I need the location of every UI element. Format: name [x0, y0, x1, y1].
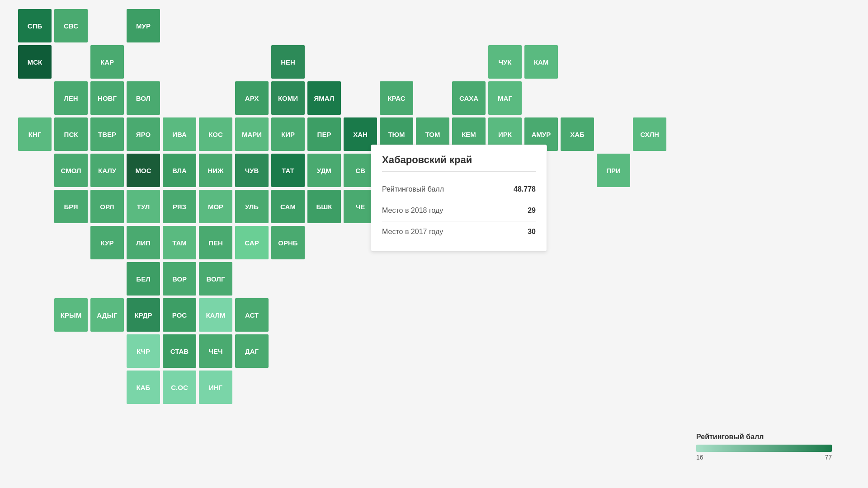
tooltip-title: Хабаровский край — [382, 154, 536, 172]
cell-кар[interactable]: КАР — [90, 45, 124, 79]
cell-арх[interactable]: АРХ — [235, 81, 269, 115]
cell-мари[interactable]: МАРИ — [235, 117, 269, 151]
cell-инг[interactable]: ИНГ — [199, 371, 232, 404]
tooltip-rating-value: 48.778 — [514, 185, 536, 193]
cell-вор[interactable]: ВОР — [163, 262, 196, 296]
cell-бшк[interactable]: БШК — [307, 190, 341, 223]
cell-лип[interactable]: ЛИП — [127, 226, 160, 259]
cell-бря[interactable]: БРЯ — [54, 190, 88, 223]
tooltip-rating-row: Рейтинговый балл 48.778 — [382, 179, 536, 200]
cell-крым[interactable]: КРЫМ — [54, 298, 88, 332]
cell-смол[interactable]: СМОЛ — [54, 154, 88, 187]
map-container: СПБСВСМУРМСККАРНЕНЧУККАМЛЕННОВГВОЛАРХКОМ… — [0, 0, 868, 488]
cell-кнг[interactable]: КНГ — [18, 117, 52, 151]
cell-мос[interactable]: МОС — [127, 154, 160, 187]
cell-ямал[interactable]: ЯМАЛ — [307, 81, 341, 115]
cell-ряз[interactable]: РЯЗ — [163, 190, 196, 223]
cell-орл[interactable]: ОРЛ — [90, 190, 124, 223]
cell-став[interactable]: СТАВ — [163, 334, 196, 368]
cell-орнб[interactable]: ОРНБ — [271, 226, 305, 259]
cell-хаб[interactable]: ХАБ — [561, 117, 594, 151]
legend-title: Рейтинговый балл — [696, 433, 832, 441]
cell-крас[interactable]: КРАС — [380, 81, 413, 115]
cell-пер[interactable]: ПЕР — [307, 117, 341, 151]
cell-кам[interactable]: КАМ — [524, 45, 558, 79]
cell-кос[interactable]: КОС — [199, 117, 232, 151]
cell-бел[interactable]: БЕЛ — [127, 262, 160, 296]
tooltip-rating-label: Рейтинговый балл — [382, 185, 444, 193]
cell-сам[interactable]: САМ — [271, 190, 305, 223]
tooltip: Хабаровский край Рейтинговый балл 48.778… — [371, 145, 547, 252]
cell-чеч[interactable]: ЧЕЧ — [199, 334, 232, 368]
cell-там[interactable]: ТАМ — [163, 226, 196, 259]
cell-нен[interactable]: НЕН — [271, 45, 305, 79]
cell-мор[interactable]: МОР — [199, 190, 232, 223]
cell-пен[interactable]: ПЕН — [199, 226, 232, 259]
cell-кчр[interactable]: КЧР — [127, 334, 160, 368]
cell-даг[interactable]: ДАГ — [235, 334, 269, 368]
cell-каб[interactable]: КАБ — [127, 371, 160, 404]
legend-gradient — [696, 445, 832, 452]
cell-с.ос[interactable]: С.ОС — [163, 371, 196, 404]
tooltip-2017-value: 30 — [528, 228, 536, 236]
cell-вол[interactable]: ВОЛ — [127, 81, 160, 115]
cell-чук[interactable]: ЧУК — [488, 45, 522, 79]
legend-labels: 16 77 — [696, 454, 832, 461]
legend: Рейтинговый балл 16 77 — [696, 433, 832, 461]
tooltip-2018-value: 29 — [528, 206, 536, 215]
cell-уль[interactable]: УЛЬ — [235, 190, 269, 223]
cell-калу[interactable]: КАЛУ — [90, 154, 124, 187]
cell-адыг[interactable]: АДЫГ — [90, 298, 124, 332]
cell-мск[interactable]: МСК — [18, 45, 52, 79]
cell-ниж[interactable]: НИЖ — [199, 154, 232, 187]
cell-ива[interactable]: ИВА — [163, 117, 196, 151]
cell-аст[interactable]: АСТ — [235, 298, 269, 332]
cell-крдр[interactable]: КРДР — [127, 298, 160, 332]
cell-удм[interactable]: УДМ — [307, 154, 341, 187]
legend-min: 16 — [696, 454, 703, 461]
cell-саха[interactable]: САХА — [452, 81, 486, 115]
cell-волг[interactable]: ВОЛГ — [199, 262, 232, 296]
legend-max: 77 — [825, 454, 832, 461]
tooltip-2018-label: Место в 2018 году — [382, 206, 443, 215]
cell-чув[interactable]: ЧУВ — [235, 154, 269, 187]
cell-калм[interactable]: КАЛМ — [199, 298, 232, 332]
cell-кир[interactable]: КИР — [271, 117, 305, 151]
cell-мур[interactable]: МУР — [127, 9, 160, 42]
cell-спб[interactable]: СПБ — [18, 9, 52, 42]
cell-сар[interactable]: САР — [235, 226, 269, 259]
cell-коми[interactable]: КОМИ — [271, 81, 305, 115]
cell-вла[interactable]: ВЛА — [163, 154, 196, 187]
cell-кур[interactable]: КУР — [90, 226, 124, 259]
cell-при[interactable]: ПРИ — [597, 154, 630, 187]
cell-новг[interactable]: НОВГ — [90, 81, 124, 115]
tooltip-2017-label: Место в 2017 году — [382, 228, 443, 236]
cell-яро[interactable]: ЯРО — [127, 117, 160, 151]
cell-тул[interactable]: ТУЛ — [127, 190, 160, 223]
cell-свс[interactable]: СВС — [54, 9, 88, 42]
tooltip-2018-row: Место в 2018 году 29 — [382, 200, 536, 221]
tooltip-2017-row: Место в 2017 году 30 — [382, 221, 536, 242]
cell-твер[interactable]: ТВЕР — [90, 117, 124, 151]
cell-пск[interactable]: ПСК — [54, 117, 88, 151]
cell-рос[interactable]: РОС — [163, 298, 196, 332]
cell-маг[interactable]: МАГ — [488, 81, 522, 115]
cell-схлн[interactable]: СХЛН — [633, 117, 666, 151]
cell-лен[interactable]: ЛЕН — [54, 81, 88, 115]
cell-тат[interactable]: ТАТ — [271, 154, 305, 187]
